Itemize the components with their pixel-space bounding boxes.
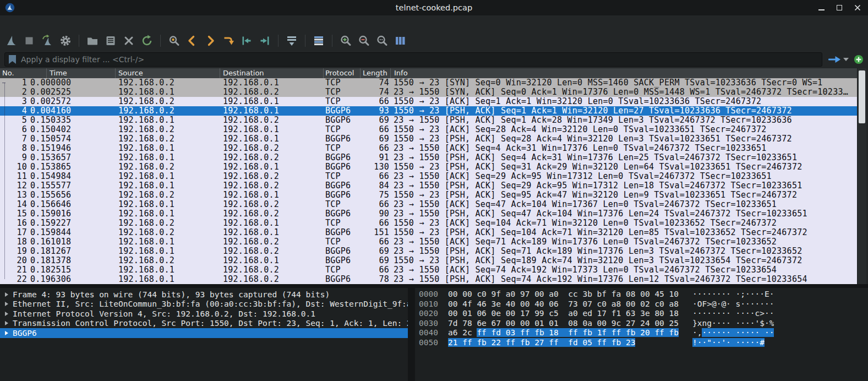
go-first-button[interactable] bbox=[238, 32, 255, 49]
packet-row[interactable]: 19 0.181267 192.168.0.1 192.168.0.2 BGGP… bbox=[0, 247, 857, 256]
zoom-out-button[interactable] bbox=[356, 32, 372, 49]
reload-button[interactable] bbox=[139, 32, 155, 49]
hex-bytes[interactable]: 00 00 c0 9f a0 97 00 a0 cc 3b bf fa 08 0… bbox=[448, 290, 686, 300]
expander-icon[interactable] bbox=[5, 312, 8, 316]
packet-list-scrollbar[interactable] bbox=[857, 68, 866, 284]
file-close-button[interactable] bbox=[121, 32, 137, 49]
capture-restart-icon bbox=[41, 34, 54, 47]
expander-icon[interactable] bbox=[5, 331, 8, 335]
packet-row[interactable]: 22 0.196306 192.168.0.1 192.168.0.2 BGGP… bbox=[0, 275, 857, 284]
hex-bytes[interactable]: 21 ff fb 22 ff fb 27 ff fd 05 ff fb 23 bbox=[448, 338, 686, 348]
packet-row[interactable]: 5 0.150335 192.168.0.1 192.168.0.2 BGGP6… bbox=[0, 116, 857, 125]
go-back-button[interactable] bbox=[184, 32, 200, 49]
add-filter-button[interactable] bbox=[854, 55, 864, 64]
file-save-button[interactable] bbox=[102, 32, 119, 49]
hex-row[interactable]: 0010 00 4f 46 3e 40 00 40 06 73 07 c0 a8… bbox=[415, 300, 868, 309]
scrollbar-thumb[interactable] bbox=[859, 70, 865, 123]
column-header-destination[interactable]: Destination bbox=[220, 68, 324, 78]
detail-row[interactable]: Frame 4: 93 bytes on wire (744 bits), 93… bbox=[0, 290, 408, 300]
minimize-button[interactable] bbox=[814, 1, 828, 14]
hex-row[interactable]: 0040 a6 2c ff fd 03 ff fb 18 ff fb 1f ff… bbox=[415, 328, 868, 338]
horizontal-splitter[interactable] bbox=[0, 284, 868, 288]
column-header-source[interactable]: Source bbox=[116, 68, 220, 78]
packet-row[interactable]: 11 0.154984 192.168.0.1 192.168.0.2 TCP … bbox=[0, 172, 857, 181]
expander-icon[interactable] bbox=[5, 321, 8, 325]
packet-row[interactable]: 20 0.181378 192.168.0.2 192.168.0.1 BGGP… bbox=[0, 256, 857, 265]
apply-filter-button[interactable] bbox=[826, 55, 850, 64]
hex-row[interactable]: 0000 00 00 c0 9f a0 97 00 a0 cc 3b bf fa… bbox=[415, 290, 868, 300]
zoom-in-button[interactable] bbox=[337, 32, 354, 49]
detail-row[interactable]: Transmission Control Protocol, Src Port:… bbox=[0, 319, 408, 329]
find-packet-button[interactable] bbox=[166, 32, 182, 49]
hex-ascii[interactable]: !··"··'· ·····# bbox=[692, 338, 765, 348]
colorize-button[interactable] bbox=[310, 32, 327, 49]
hex-ascii[interactable]: }xng···· ····'$·% bbox=[692, 319, 774, 329]
detail-row[interactable]: Ethernet II, Src: LiteOnCommun_3b:bf:fa … bbox=[0, 300, 408, 309]
capture-start-button[interactable] bbox=[3, 32, 19, 49]
menu-item[interactable] bbox=[113, 15, 124, 31]
column-header-no[interactable]: No. bbox=[0, 68, 47, 78]
hex-row[interactable]: 0020 00 01 06 0e 00 17 99 c5 a0 ed 17 f1… bbox=[415, 309, 868, 319]
menu-item[interactable] bbox=[14, 15, 25, 31]
go-forward-button[interactable] bbox=[202, 32, 219, 49]
packet-row[interactable]: 10 0.153865 192.168.0.2 192.168.0.1 BGGP… bbox=[0, 162, 857, 172]
resize-columns-button[interactable] bbox=[392, 32, 408, 49]
hex-ascii[interactable]: ·,······ ····· ·· bbox=[692, 328, 774, 338]
packet-row[interactable]: 9 0.153657 192.168.0.1 192.168.0.2 BGGP6… bbox=[0, 153, 857, 162]
packet-row[interactable]: 18 0.161018 192.168.0.1 192.168.0.2 TCP … bbox=[0, 237, 857, 247]
packet-row[interactable]: 12 0.155577 192.168.0.1 192.168.0.2 BGGP… bbox=[0, 181, 857, 190]
expander-icon[interactable] bbox=[5, 292, 8, 297]
hex-bytes[interactable]: a6 2c ff fd 03 ff fb 18 ff fb 1f ff fb 2… bbox=[448, 328, 686, 338]
menu-item[interactable] bbox=[69, 15, 80, 31]
menu-item[interactable] bbox=[25, 15, 36, 31]
file-open-button[interactable] bbox=[84, 32, 101, 49]
menu-item[interactable] bbox=[47, 15, 58, 31]
column-header-length[interactable]: Length bbox=[361, 68, 391, 78]
packet-row[interactable]: 17 0.159844 192.168.0.2 192.168.0.1 BGGP… bbox=[0, 228, 857, 237]
detail-row[interactable]: BGGP6 bbox=[0, 328, 408, 338]
packet-row[interactable]: 21 0.182515 192.168.0.1 192.168.0.2 TCP … bbox=[0, 265, 857, 275]
hex-ascii[interactable]: ········ ····c>·· bbox=[692, 309, 774, 319]
auto-scroll-button[interactable] bbox=[283, 32, 300, 49]
go-to-packet-button[interactable] bbox=[220, 32, 237, 49]
hex-row[interactable]: 0050 21 ff fb 22 ff fb 27 ff fd 05 ff fb… bbox=[415, 338, 868, 348]
display-filter-input[interactable]: Apply a display filter ... <Ctrl-/> bbox=[4, 52, 822, 67]
go-last-button[interactable] bbox=[256, 32, 273, 49]
hex-bytes[interactable]: 00 4f 46 3e 40 00 40 06 73 07 c0 a8 00 0… bbox=[448, 300, 686, 309]
packet-row[interactable]: 16 0.159227 192.168.0.2 192.168.0.1 TCP … bbox=[0, 219, 857, 228]
maximize-button[interactable] bbox=[832, 1, 847, 14]
menu-item[interactable] bbox=[102, 15, 113, 31]
menu-item[interactable] bbox=[3, 15, 14, 31]
menu-item[interactable] bbox=[91, 15, 102, 31]
packet-row[interactable]: 2 0.002525 192.168.0.1 192.168.0.2 TCP 7… bbox=[0, 88, 857, 97]
column-header-time[interactable]: Time bbox=[47, 68, 116, 78]
packet-row[interactable]: 4 0.004160 192.168.0.2 192.168.0.1 BGGP6… bbox=[0, 106, 857, 116]
packet-row[interactable]: 14 0.156646 192.168.0.1 192.168.0.2 TCP … bbox=[0, 200, 857, 209]
hex-bytes[interactable]: 7d 78 6e 67 00 00 01 01 08 0a 00 9c 27 2… bbox=[448, 319, 686, 329]
packet-row[interactable]: 1 0.000000 192.168.0.2 192.168.0.1 TCP 7… bbox=[0, 78, 857, 88]
packet-row[interactable]: 7 0.150574 192.168.0.2 192.168.0.1 BGGP6… bbox=[0, 134, 857, 144]
hex-ascii[interactable]: ········ ·;····E· bbox=[692, 290, 774, 300]
close-button[interactable] bbox=[850, 1, 865, 14]
menu-item[interactable] bbox=[36, 15, 47, 31]
packet-row[interactable]: 6 0.150402 192.168.0.2 192.168.0.1 TCP 6… bbox=[0, 125, 857, 134]
pane-splitter[interactable] bbox=[408, 288, 415, 381]
hex-bytes[interactable]: 00 01 06 0e 00 17 99 c5 a0 ed 17 f1 63 3… bbox=[448, 309, 686, 319]
detail-row[interactable]: Internet Protocol Version 4, Src: 192.16… bbox=[0, 309, 408, 319]
zoom-original-button[interactable] bbox=[374, 32, 390, 49]
packet-row[interactable]: 8 0.151946 192.168.0.1 192.168.0.2 TCP 6… bbox=[0, 144, 857, 153]
packet-row[interactable]: 3 0.002572 192.168.0.2 192.168.0.1 TCP 6… bbox=[0, 97, 857, 106]
capture-options-button[interactable] bbox=[57, 32, 74, 49]
column-header-protocol[interactable]: Protocol bbox=[324, 68, 361, 78]
expander-icon[interactable] bbox=[5, 302, 8, 306]
hex-ascii[interactable]: ·OF>@·@· s······· bbox=[692, 300, 774, 309]
capture-stop-button[interactable] bbox=[21, 32, 37, 49]
menu-item[interactable] bbox=[58, 15, 69, 31]
hex-row[interactable]: 0030 7d 78 6e 67 00 00 01 01 08 0a 00 9c… bbox=[415, 319, 868, 329]
menu-item[interactable] bbox=[80, 15, 91, 31]
packet-row[interactable]: 15 0.159016 192.168.0.1 192.168.0.2 BGGP… bbox=[0, 209, 857, 219]
bookmark-icon[interactable] bbox=[9, 55, 16, 64]
packet-row[interactable]: 13 0.155656 192.168.0.2 192.168.0.1 BGGP… bbox=[0, 190, 857, 200]
column-header-info[interactable]: Info bbox=[391, 68, 857, 78]
capture-restart-button[interactable] bbox=[39, 32, 56, 49]
